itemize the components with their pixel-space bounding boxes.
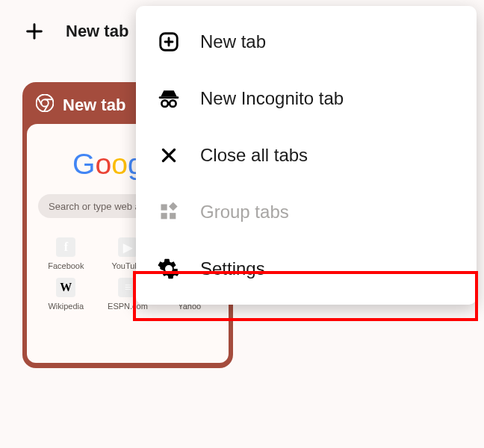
- menu-item-new-tab[interactable]: New tab: [136, 13, 477, 70]
- facebook-icon: f: [56, 237, 75, 257]
- svg-rect-20: [169, 202, 178, 211]
- svg-rect-19: [161, 205, 167, 211]
- topbar: New tab: [24, 21, 128, 42]
- overflow-menu: New tab New Incognito tab Close all tabs: [136, 6, 477, 305]
- group-tabs-icon: [157, 200, 181, 224]
- menu-item-label: New Incognito tab: [200, 88, 456, 109]
- menu-item-incognito[interactable]: New Incognito tab: [136, 70, 477, 127]
- menu-item-group-tabs: Group tabs: [136, 184, 477, 240]
- close-icon: [157, 143, 181, 167]
- menu-item-label: Group tabs: [200, 202, 456, 223]
- svg-rect-17: [161, 213, 167, 219]
- shortcut-wikipedia[interactable]: W Wikipedia: [37, 278, 95, 311]
- espn-icon: ≡: [118, 278, 137, 297]
- wikipedia-icon: W: [56, 278, 75, 297]
- plus-icon[interactable]: [24, 21, 45, 42]
- menu-item-label: New tab: [200, 31, 456, 52]
- topbar-new-tab-label[interactable]: New tab: [66, 22, 128, 41]
- new-tab-icon: [157, 30, 181, 54]
- chrome-icon: [36, 94, 54, 116]
- svg-rect-11: [159, 96, 179, 99]
- gear-icon: [157, 257, 181, 281]
- menu-item-label: Settings: [200, 258, 456, 279]
- tab-card-title: New tab: [63, 96, 125, 115]
- incognito-icon: [157, 87, 181, 111]
- youtube-icon: ▶: [118, 237, 137, 257]
- shortcut-facebook[interactable]: f Facebook: [37, 237, 95, 270]
- menu-item-settings[interactable]: Settings: [136, 240, 477, 297]
- shortcut-label: Wikipedia: [48, 302, 84, 311]
- svg-rect-18: [170, 213, 176, 219]
- menu-item-close-all[interactable]: Close all tabs: [136, 127, 477, 184]
- menu-item-label: Close all tabs: [200, 145, 456, 166]
- svg-point-13: [170, 100, 176, 107]
- shortcut-label: Facebook: [48, 261, 84, 270]
- svg-point-12: [161, 100, 168, 107]
